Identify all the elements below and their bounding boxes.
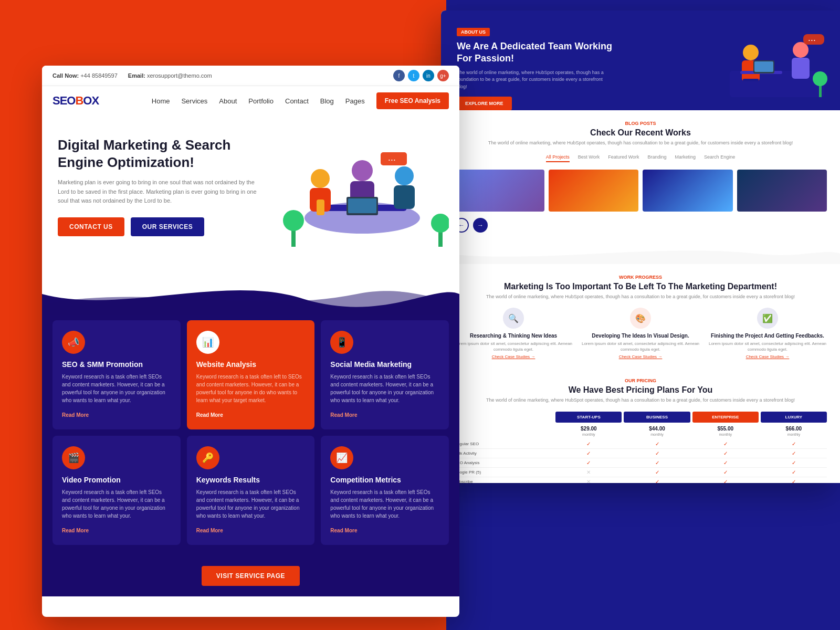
service-title: SEO & SMM Promotion — [62, 360, 171, 369]
service-desc: Keyword research is a task often left SE… — [330, 373, 439, 404]
sc-hero-title: We Are A Dedicated Team Working For Pass… — [457, 40, 614, 65]
service-desc: Keyword research is a task often left SE… — [330, 488, 439, 520]
nav-contact[interactable]: Contact — [285, 97, 309, 105]
pricing-row: Bulk Activity✓✓✓✓ — [454, 449, 827, 458]
works-tab[interactable]: Best Work — [578, 154, 600, 162]
our-services-button[interactable]: OUR SERVICES — [131, 217, 204, 236]
progress-step: 🔍 Researching & Thinking New Ideas Lorem… — [454, 308, 573, 359]
works-tab[interactable]: Marketing — [675, 154, 696, 162]
nav-about[interactable]: About — [219, 97, 237, 105]
hero-buttons: CONTACT US OUR SERVICES — [58, 217, 257, 236]
step-icon: 🎨 — [630, 308, 651, 329]
service-desc: Keyword research is a task often left to… — [196, 373, 306, 404]
check-icon: ✓ — [761, 479, 827, 483]
pricing-row: Regular SEO✓✓✓✓ — [454, 439, 827, 449]
check-icon: ✓ — [555, 450, 622, 456]
top-bar: Call Now: +44 85849597 Email: xerosuppor… — [42, 66, 459, 86]
check-icon: ✓ — [624, 450, 690, 456]
visit-section: VISIT SERVICE PAGE — [42, 555, 459, 596]
service-desc: Keyword research is a task often left SE… — [196, 488, 306, 520]
step-icon: 🔍 — [503, 308, 524, 329]
pricing-title: We Have Best Pricing Plans For You — [454, 385, 827, 395]
works-grid — [454, 170, 827, 212]
works-tab[interactable]: All Projects — [546, 154, 570, 162]
free-seo-button[interactable]: Free SEO Analysis — [376, 92, 449, 109]
check-icon: ✓ — [692, 479, 759, 483]
pricing-price: $55.00monthly — [692, 426, 759, 436]
twitter-icon[interactable]: t — [408, 70, 419, 81]
works-tab[interactable]: Search Engine — [704, 154, 735, 162]
service-desc: Keyword research is a task often left SE… — [62, 373, 171, 404]
works-tab[interactable]: Branding — [648, 154, 667, 162]
step-link[interactable]: Check Case Studies → — [581, 354, 700, 359]
check-icon: ✓ — [555, 460, 622, 466]
step-link[interactable]: Check Case Studies → — [708, 354, 827, 359]
sc-explore-button[interactable]: EXPLORE MORE — [457, 97, 512, 110]
googleplus-icon[interactable]: g+ — [437, 70, 449, 81]
hero-title: Digital Marketing & Search Engine Optimi… — [58, 136, 257, 171]
svg-point-26 — [813, 71, 827, 86]
sc-about-tag: ABOUT US — [457, 28, 490, 36]
read-more-link[interactable]: Read More — [330, 528, 357, 533]
linkedin-icon[interactable]: in — [423, 70, 434, 81]
check-icon: ✓ — [555, 441, 622, 447]
nav-arrows: ← → — [454, 218, 827, 233]
works-title: Check Our Recent Works — [454, 128, 827, 138]
pricing-feature: Subscribe — [454, 479, 553, 483]
sc-progress-section: Work Progress Marketing Is Too Important… — [441, 264, 840, 370]
main-website-card: Call Now: +44 85849597 Email: xerosuppor… — [42, 66, 459, 617]
read-more-link[interactable]: Read More — [196, 412, 223, 418]
pricing-feature: Regular SEO — [454, 442, 553, 446]
check-icon: ✓ — [761, 441, 827, 447]
social-icons: f t in g+ — [393, 70, 449, 81]
facebook-icon[interactable]: f — [393, 70, 405, 81]
read-more-link[interactable]: Read More — [62, 528, 89, 533]
step-title: Developing The Ideas In Visual Design. — [581, 333, 700, 339]
service-card: 🎬 Video Promotion Keyword research is a … — [52, 436, 181, 545]
pricing-feature: SEO Analysis — [454, 460, 553, 465]
pricing-plan: BUSINESS — [624, 412, 690, 423]
work-thumb-1[interactable] — [454, 170, 544, 212]
read-more-link[interactable]: Read More — [330, 412, 357, 418]
nav-blog[interactable]: Blog — [320, 97, 334, 105]
pricing-table: START-UPSBUSINESSENTERPRISELUXURY$29.00m… — [454, 412, 827, 483]
svg-point-2 — [311, 169, 330, 188]
svg-rect-8 — [394, 185, 415, 209]
pricing-price: $44.00monthly — [624, 426, 690, 436]
team-illustration: • • • — [724, 18, 830, 102]
sc-pricing-section: Our Pricing We Have Best Pricing Plans F… — [441, 370, 840, 483]
pricing-row: Google PR (5)✕✓✓✓ — [454, 468, 827, 477]
work-thumb-3[interactable] — [643, 170, 733, 212]
nav-services[interactable]: Services — [181, 97, 207, 105]
service-title: Website Analysis — [196, 360, 306, 369]
service-card: 📊 Website Analysis Keyword research is a… — [187, 320, 315, 429]
pricing-desc: The world of online marketing, where Hub… — [454, 397, 827, 404]
service-card: 🔑 Keywords Results Keyword research is a… — [187, 436, 315, 545]
contact-us-button[interactable]: CONTACT US — [58, 217, 124, 236]
service-card: 📈 Competition Metrics Keyword research i… — [321, 436, 449, 545]
read-more-link[interactable]: Read More — [196, 528, 223, 533]
work-thumb-2[interactable] — [549, 170, 639, 212]
service-icon: 🎬 — [62, 446, 85, 469]
work-thumb-4[interactable] — [737, 170, 827, 212]
sc-hero: ABOUT US We Are A Dedicated Team Working… — [441, 10, 840, 110]
check-icon: ✓ — [692, 460, 759, 466]
nav-home[interactable]: Home — [152, 97, 170, 105]
site-logo[interactable]: SEOBOX — [52, 94, 99, 108]
step-icon: ✅ — [757, 308, 778, 329]
pricing-feature: Google PR (5) — [454, 470, 553, 475]
nav-pages[interactable]: Pages — [345, 97, 365, 105]
works-tab[interactable]: Featured Work — [608, 154, 639, 162]
step-link[interactable]: Check Case Studies → — [454, 354, 573, 359]
pricing-prices: $29.00monthly$44.00monthly$55.00monthly$… — [454, 426, 827, 436]
svg-point-7 — [395, 166, 414, 185]
visit-service-button[interactable]: VISIT SERVICE PAGE — [202, 566, 300, 586]
nav-portfolio[interactable]: Portfolio — [248, 97, 274, 105]
check-icon: ✓ — [692, 441, 759, 447]
pricing-feature: Bulk Activity — [454, 451, 553, 456]
read-more-link[interactable]: Read More — [62, 412, 89, 418]
check-icon: ✓ — [761, 450, 827, 456]
svg-rect-27 — [743, 79, 759, 81]
service-title: Video Promotion — [62, 476, 171, 484]
next-arrow[interactable]: → — [473, 218, 488, 233]
